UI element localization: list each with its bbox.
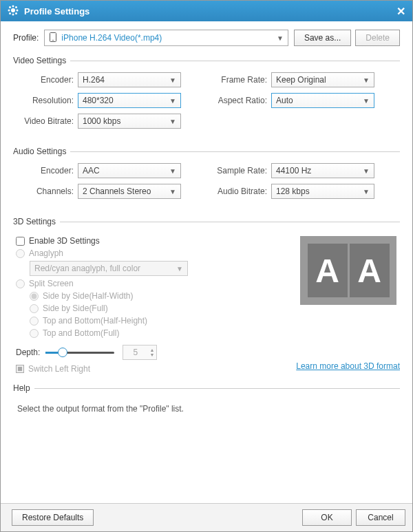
sbs-half-radio: Side by Side(Half-Width) <box>30 291 293 301</box>
audio-settings-group: Audio Settings Encoder: AAC▼ Sample Rate… <box>13 147 400 207</box>
help-group: Help Select the output format from the "… <box>13 383 400 416</box>
resolution-select[interactable]: 480*320▼ <box>78 93 181 108</box>
3d-preview: AA <box>300 236 396 305</box>
chevron-down-icon: ▼ <box>149 352 154 357</box>
depth-slider[interactable] <box>45 348 114 357</box>
svg-point-7 <box>9 12 11 14</box>
anaglyph-select: Red/cyan anaglyph, full color▼ <box>30 261 188 276</box>
video-legend: Video Settings <box>13 56 70 65</box>
resolution-label: Resolution: <box>13 96 74 105</box>
svg-point-8 <box>15 12 17 14</box>
help-text: Select the output format from the "Profi… <box>17 404 400 414</box>
chevron-down-icon: ▼ <box>169 188 176 195</box>
chevron-down-icon: ▼ <box>169 118 176 125</box>
restore-defaults-button[interactable]: Restore Defaults <box>12 509 94 526</box>
chevron-up-icon: ▲ <box>149 348 154 352</box>
svg-point-10 <box>53 39 54 41</box>
footer: Restore Defaults OK Cancel <box>1 503 412 531</box>
aspect-ratio-label: Aspect Ratio: <box>206 96 267 105</box>
app-icon <box>8 5 24 18</box>
channels-label: Channels: <box>13 187 74 196</box>
frame-rate-label: Frame Rate: <box>206 75 267 85</box>
depth-label: Depth: <box>16 348 40 357</box>
audio-bitrate-label: Audio Bitrate: <box>206 187 267 196</box>
video-settings-group: Video Settings Encoder: H.264▼ Frame Rat… <box>13 56 400 137</box>
delete-button: Delete <box>355 30 400 46</box>
video-encoder-label: Encoder: <box>13 75 74 85</box>
sbs-full-radio: Side by Side(Full) <box>30 304 293 313</box>
chevron-down-icon: ▼ <box>363 188 370 195</box>
aspect-ratio-select[interactable]: Auto▼ <box>271 93 374 108</box>
chevron-down-icon: ▼ <box>169 167 176 175</box>
split-screen-radio: Split Screen <box>16 279 293 288</box>
chevron-down-icon: ▼ <box>363 97 370 105</box>
cancel-button[interactable]: Cancel <box>356 509 405 526</box>
enable-3d-checkbox[interactable]: Enable 3D Settings <box>16 236 293 246</box>
chevron-down-icon: ▼ <box>363 167 370 175</box>
audio-encoder-label: Encoder: <box>13 166 74 175</box>
chevron-down-icon: ▼ <box>169 76 176 84</box>
depth-spinner: 5 ▲▼ <box>123 345 157 360</box>
profile-label: Profile: <box>13 33 39 43</box>
title-bar: Profile Settings ✕ <box>1 1 412 21</box>
channels-select[interactable]: 2 Channels Stereo▼ <box>78 184 181 199</box>
audio-legend: Audio Settings <box>13 147 70 156</box>
chevron-down-icon: ▼ <box>176 265 183 273</box>
audio-bitrate-select[interactable]: 128 kbps▼ <box>271 184 374 199</box>
3d-settings-group: 3D Settings Enable 3D Settings Anaglyph … <box>13 217 400 374</box>
svg-point-0 <box>11 8 15 12</box>
phone-icon <box>49 32 61 44</box>
profile-value: iPhone H.264 Video(*.mp4) <box>61 33 277 43</box>
switch-left-right-checkbox: Switch Left Right <box>16 364 293 374</box>
svg-point-5 <box>9 6 11 8</box>
svg-point-6 <box>15 6 17 8</box>
ok-button[interactable]: OK <box>302 509 352 526</box>
tb-full-radio: Top and Bottom(Full) <box>30 328 293 338</box>
svg-point-2 <box>12 13 14 15</box>
chevron-down-icon: ▼ <box>277 34 284 42</box>
svg-point-3 <box>8 9 10 11</box>
video-bitrate-select[interactable]: 1000 kbps▼ <box>78 114 181 129</box>
learn-more-link[interactable]: Learn more about 3D format <box>296 361 400 371</box>
video-encoder-select[interactable]: H.264▼ <box>78 72 181 87</box>
window-title: Profile Settings <box>24 6 396 17</box>
frame-rate-select[interactable]: Keep Original▼ <box>271 72 374 87</box>
chevron-down-icon: ▼ <box>169 97 176 105</box>
video-bitrate-label: Video Bitrate: <box>13 116 74 126</box>
svg-point-1 <box>12 5 14 7</box>
help-legend: Help <box>13 383 34 393</box>
audio-encoder-select[interactable]: AAC▼ <box>78 163 181 178</box>
anaglyph-radio: Anaglyph <box>16 248 293 258</box>
sample-rate-select[interactable]: 44100 Hz▼ <box>271 163 374 178</box>
tb-half-radio: Top and Bottom(Half-Height) <box>30 316 293 326</box>
save-as-button[interactable]: Save as... <box>294 30 351 46</box>
sample-rate-label: Sample Rate: <box>206 166 267 175</box>
chevron-down-icon: ▼ <box>363 76 370 84</box>
close-icon[interactable]: ✕ <box>396 5 405 18</box>
3d-legend: 3D Settings <box>13 217 60 226</box>
profile-select[interactable]: iPhone H.264 Video(*.mp4) ▼ <box>44 30 288 46</box>
svg-point-4 <box>17 9 19 11</box>
